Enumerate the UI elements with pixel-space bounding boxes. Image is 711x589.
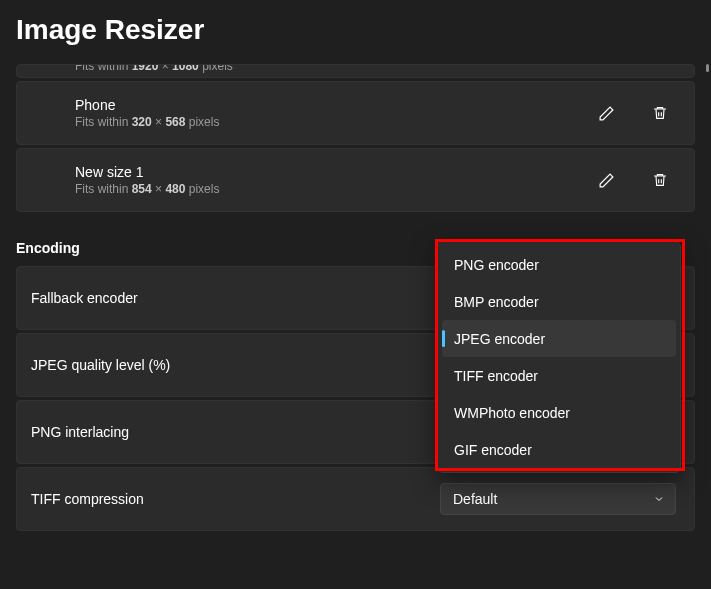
edit-icon[interactable] — [590, 164, 622, 196]
preset-subtitle: Fits within 1920 × 1080 pixels — [75, 64, 676, 73]
preset-row: Phone Fits within 320 × 568 pixels — [16, 81, 695, 145]
edit-icon[interactable] — [590, 97, 622, 129]
preset-subtitle: Fits within 320 × 568 pixels — [75, 115, 590, 129]
tiff-compression-select[interactable]: Default — [440, 483, 676, 515]
dropdown-item-bmp[interactable]: BMP encoder — [442, 283, 676, 320]
page-title: Image Resizer — [16, 14, 695, 46]
preset-subtitle: Fits within 854 × 480 pixels — [75, 182, 590, 196]
dropdown-item-gif[interactable]: GIF encoder — [442, 431, 676, 468]
dropdown-item-png[interactable]: PNG encoder — [442, 246, 676, 283]
dropdown-item-jpeg[interactable]: JPEG encoder — [442, 320, 676, 357]
page-header: Image Resizer — [0, 0, 711, 64]
preset-row: Fits within 1920 × 1080 pixels — [16, 64, 695, 78]
select-value: Default — [453, 491, 645, 507]
content-area: Fits within 1920 × 1080 pixels Phone Fit… — [0, 64, 711, 584]
preset-title: Phone — [75, 97, 590, 113]
png-interlacing-label: PNG interlacing — [31, 424, 440, 440]
tiff-compression-row: TIFF compression Default — [16, 467, 695, 531]
jpeg-quality-label: JPEG quality level (%) — [31, 357, 440, 373]
chevron-down-icon — [653, 493, 665, 505]
dropdown-item-tiff[interactable]: TIFF encoder — [442, 357, 676, 394]
tiff-compression-label: TIFF compression — [31, 491, 440, 507]
dropdown-item-wmphoto[interactable]: WMPhoto encoder — [442, 394, 676, 431]
delete-icon[interactable] — [644, 164, 676, 196]
scrollbar-thumb[interactable] — [706, 64, 709, 72]
preset-title: New size 1 — [75, 164, 590, 180]
fallback-encoder-label: Fallback encoder — [31, 290, 440, 306]
delete-icon[interactable] — [644, 97, 676, 129]
fallback-encoder-dropdown: PNG encoder BMP encoder JPEG encoder TIF… — [437, 241, 681, 473]
preset-row: New size 1 Fits within 854 × 480 pixels — [16, 148, 695, 212]
